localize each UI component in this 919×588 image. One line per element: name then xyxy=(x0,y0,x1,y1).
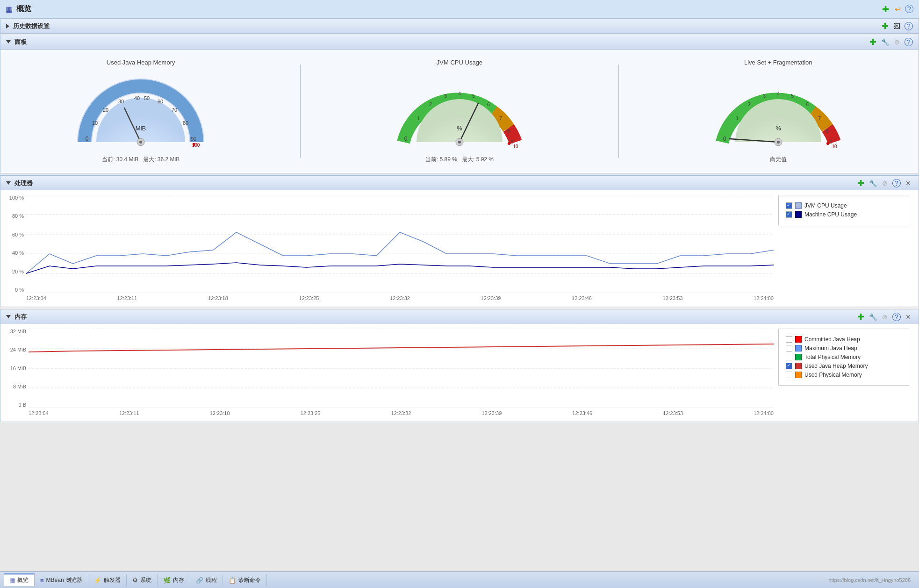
panel-collapse-arrow[interactable] xyxy=(6,40,11,43)
gauge-heap-memory: Used Java Heap Memory xyxy=(29,59,253,164)
svg-text:10: 10 xyxy=(513,144,518,149)
panel-help-btn[interactable]: ? xyxy=(905,38,913,46)
memory-y-axis: 32 MiB 24 MiB 16 MiB 8 MiB 0 B xyxy=(5,329,29,417)
memory-collapse-arrow[interactable] xyxy=(6,315,11,318)
history-add-btn[interactable]: ✚ xyxy=(880,22,890,31)
tab-diagnostic[interactable]: 📋 诊断命令 xyxy=(223,574,267,586)
tab-bar: ▦ 概览 ≡ MBean 浏览器 ⚡ 触发器 ⚙ 系统 🌿 内存 🔗 线程 📋 … xyxy=(0,571,919,588)
tab-overview[interactable]: ▦ 概览 xyxy=(4,574,35,586)
memory-chart-svg xyxy=(29,329,774,408)
proc-add-btn[interactable]: ✚ xyxy=(856,179,865,188)
tab-system-label: 系统 xyxy=(140,576,151,584)
legend-used-physical: Used Physical Memory xyxy=(786,372,902,378)
tab-diagnostic-icon: 📋 xyxy=(229,577,236,584)
x-label-0: 12:23:04 xyxy=(26,295,46,301)
mem-add-btn[interactable]: ✚ xyxy=(856,312,865,322)
memory-header-left[interactable]: 内存 xyxy=(6,313,27,321)
tab-triggers-label: 触发器 xyxy=(104,576,121,584)
legend-used-heap-check[interactable] xyxy=(786,363,792,369)
legend-jvm-cpu-color xyxy=(795,202,802,209)
svg-text:4: 4 xyxy=(777,91,780,96)
mem-help-btn[interactable]: ? xyxy=(892,313,901,321)
gauge-heap-subtitle: 当前: 30.4 MiB 最大: 36.2 MiB xyxy=(102,156,179,164)
tab-memory[interactable]: 🌿 内存 xyxy=(158,574,190,586)
processor-section: 处理器 ✚ 🔧 ⊘ ? ✕ 100 % 80 % 60 % 40 % xyxy=(0,175,919,307)
history-section-header: 历史数据设置 ✚ 🖼 ? xyxy=(0,19,919,34)
tab-system[interactable]: ⚙ 系统 xyxy=(127,574,158,586)
mem-x-label-3: 12:23:25 xyxy=(301,410,321,416)
proc-help-btn[interactable]: ? xyxy=(892,179,901,187)
mem-x-label-2: 12:23:18 xyxy=(210,410,230,416)
history-header-left[interactable]: 历史数据设置 xyxy=(6,22,50,30)
x-label-1: 12:23:11 xyxy=(117,295,137,301)
legend-used-physical-color xyxy=(795,372,802,378)
tab-triggers[interactable]: ⚡ 触发器 xyxy=(88,574,127,586)
gauge-cpu-usage: JVM CPU Usage xyxy=(347,59,572,164)
history-help-btn[interactable]: ? xyxy=(905,22,913,30)
x-label-4: 12:23:32 xyxy=(390,295,410,301)
panel-header-left[interactable]: 面板 xyxy=(6,38,27,46)
processor-chart-inner: 100 % 80 % 60 % 40 % 20 % 0 % xyxy=(5,195,774,302)
processor-header-left[interactable]: 处理器 xyxy=(6,179,33,187)
x-label-3: 12:23:25 xyxy=(299,295,319,301)
legend-total-physical-check[interactable] xyxy=(786,354,792,360)
panel-title: 面板 xyxy=(14,38,27,46)
mem-x-label-1: 12:23:11 xyxy=(119,410,139,416)
history-settings-btn[interactable]: 🖼 xyxy=(892,22,902,31)
header-refresh-btn[interactable]: ↩ xyxy=(893,5,902,14)
mem-x-label-8: 12:24:00 xyxy=(754,410,774,416)
svg-text:50: 50 xyxy=(144,95,150,101)
svg-text:0: 0 xyxy=(404,136,408,142)
legend-committed-check[interactable] xyxy=(786,336,792,343)
tab-threads[interactable]: 🔗 线程 xyxy=(190,574,223,586)
legend-jvm-cpu-check[interactable] xyxy=(786,202,792,209)
proc-close-btn[interactable]: ✕ xyxy=(904,179,913,188)
gauge-heap-svg: 0 10 20 30 40 50 60 70 80 90 100 MiB xyxy=(71,70,211,154)
proc-disable-btn[interactable]: ⊘ xyxy=(880,179,890,188)
memory-header: 内存 ✚ 🔧 ⊘ ? ✕ xyxy=(0,309,919,324)
legend-total-physical-label: Total Physical Memory xyxy=(804,354,861,360)
gauge-cpu-subtitle: 当前: 5.89 % 最大: 5.92 % xyxy=(425,156,494,164)
legend-committed-color xyxy=(795,336,802,343)
x-label-2: 12:23:18 xyxy=(208,295,228,301)
svg-text:4: 4 xyxy=(458,91,461,96)
legend-machine-cpu-check[interactable] xyxy=(786,211,792,218)
memory-chart-inner: 32 MiB 24 MiB 16 MiB 8 MiB 0 B xyxy=(5,329,774,417)
processor-svg-container: 12:23:04 12:23:11 12:23:18 12:23:25 12:2… xyxy=(26,195,774,302)
mem-x-label-0: 12:23:04 xyxy=(29,410,49,416)
processor-collapse-arrow[interactable] xyxy=(6,181,11,185)
svg-text:%: % xyxy=(457,125,462,132)
mem-y-label-32: 32 MiB xyxy=(5,329,26,334)
panel-disable-btn[interactable]: ⊘ xyxy=(892,37,902,47)
memory-chart-container: 32 MiB 24 MiB 16 MiB 8 MiB 0 B xyxy=(0,324,919,422)
panel-add-btn[interactable]: ✚ xyxy=(868,37,877,47)
svg-text:3: 3 xyxy=(763,93,766,99)
processor-title: 处理器 xyxy=(14,179,33,187)
tab-memory-label: 内存 xyxy=(173,576,184,584)
gauge-live-set: Live Set + Fragmentation xyxy=(666,59,890,164)
tab-mbean[interactable]: ≡ MBean 浏览器 xyxy=(35,574,88,586)
y-label-80: 80 % xyxy=(5,213,24,219)
mem-y-label-24: 24 MiB xyxy=(5,347,26,352)
legend-used-physical-check[interactable] xyxy=(786,372,792,378)
proc-settings-btn[interactable]: 🔧 xyxy=(868,179,877,188)
x-label-6: 12:23:46 xyxy=(572,295,592,301)
legend-machine-cpu-label: Machine CPU Usage xyxy=(804,211,857,218)
processor-chart-svg xyxy=(26,195,774,293)
svg-text:6: 6 xyxy=(487,101,490,107)
header-actions: ✚ ↩ ? xyxy=(881,5,913,14)
legend-used-physical-label: Used Physical Memory xyxy=(804,372,862,378)
panel-settings-btn[interactable]: 🔧 xyxy=(880,37,890,47)
mem-settings-btn[interactable]: 🔧 xyxy=(868,312,877,322)
mem-disable-btn[interactable]: ⊘ xyxy=(880,312,890,322)
header-add-btn[interactable]: ✚ xyxy=(881,5,890,14)
header-help-btn[interactable]: ? xyxy=(905,5,913,13)
svg-text:2: 2 xyxy=(429,101,432,107)
history-collapse-arrow[interactable] xyxy=(6,24,9,29)
panel-section-header: 面板 ✚ 🔧 ⊘ ? xyxy=(0,35,919,50)
legend-max-heap-check[interactable] xyxy=(786,345,792,351)
svg-text:6: 6 xyxy=(806,101,809,107)
mem-x-label-4: 12:23:32 xyxy=(391,410,411,416)
tab-triggers-icon: ⚡ xyxy=(94,577,101,584)
mem-close-btn[interactable]: ✕ xyxy=(904,312,913,322)
